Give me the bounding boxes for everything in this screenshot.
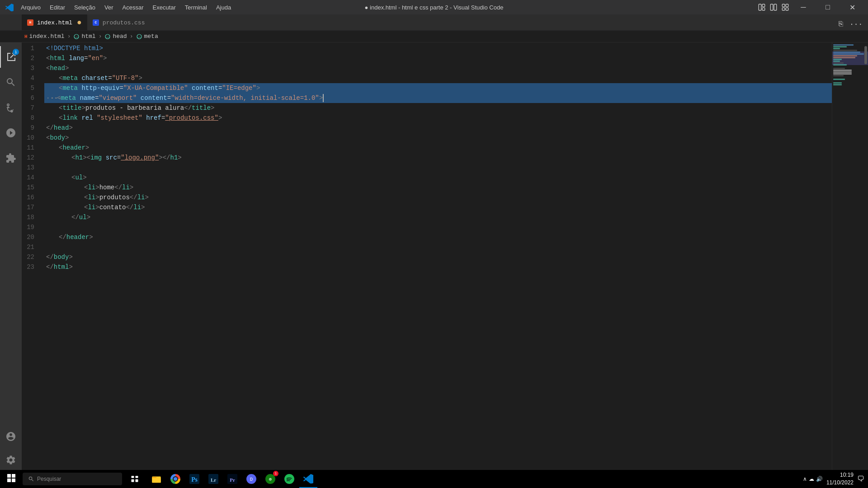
activity-bar: 1 — [0, 42, 22, 474]
svg-text:</>: </> — [105, 35, 110, 38]
code-line-10[interactable]: <body> — [44, 133, 832, 143]
breadcrumb-head[interactable]: </> head — [104, 33, 127, 40]
split-editor-button[interactable]: ⎘ — [837, 19, 845, 30]
code-line-11[interactable]: <header> — [44, 143, 832, 153]
network-icon[interactable]: ☁ — [809, 476, 814, 482]
breadcrumb-html[interactable]: </> html — [73, 33, 95, 40]
activity-settings[interactable] — [0, 449, 22, 471]
layout-icon-2[interactable] — [769, 3, 778, 11]
breadcrumb-file[interactable]: H index.html — [24, 33, 65, 40]
maximize-button[interactable]: □ — [817, 0, 838, 14]
line-num-7: 7 — [22, 103, 41, 113]
code-line-18[interactable]: </ul> — [44, 212, 832, 222]
vscode-logo — [5, 3, 14, 11]
code-line-20[interactable]: </header> — [44, 232, 832, 242]
taskbar-spotify[interactable] — [280, 470, 298, 488]
activity-account[interactable] — [0, 426, 22, 447]
menu-ajuda[interactable]: Ajuda — [212, 3, 235, 12]
menu-selecao[interactable]: Seleção — [71, 3, 99, 12]
line-num-6: 6 — [22, 93, 41, 103]
chevron-up-icon[interactable]: ∧ — [803, 476, 807, 482]
menu-editar[interactable]: Editar — [46, 3, 69, 12]
menu-arquivo[interactable]: Arquivo — [17, 3, 44, 12]
code-line-12[interactable]: <h1><img src="logo.png"></h1> — [44, 153, 832, 163]
activity-run-debug[interactable] — [0, 122, 22, 144]
tab-index-html[interactable]: H index.html ● — [22, 14, 87, 30]
code-line-9[interactable]: </head> — [44, 123, 832, 133]
editor-area: 1 2 3 4 5 6 7 8 9 10 11 12 13 14 15 16 1… — [22, 42, 868, 474]
taskbar-chrome[interactable] — [166, 470, 184, 488]
code-editor[interactable]: 1 2 3 4 5 6 7 8 9 10 11 12 13 14 15 16 1… — [22, 42, 868, 474]
layout-icon-1[interactable] — [758, 3, 766, 11]
taskbar-lightroom[interactable]: Lr — [204, 470, 222, 488]
line-num-18: 18 — [22, 212, 41, 222]
scroll-indicator[interactable] — [864, 46, 867, 64]
start-button[interactable] — [4, 472, 19, 486]
taskbar-premiere[interactable]: Pr — [223, 470, 241, 488]
taskbar-right: ∧ ☁ 🔊 10:19 11/10/2022 🗨 — [803, 471, 864, 487]
svg-text:</>: </> — [74, 35, 79, 38]
code-line-1[interactable]: <!DOCTYPE html> — [44, 43, 832, 53]
svg-text:Lr: Lr — [211, 477, 216, 483]
bc-sep-2: › — [99, 33, 102, 40]
taskbar-xbox[interactable]: ⊕ 1 — [261, 470, 279, 488]
code-line-2[interactable]: <html lang="en"> — [44, 53, 832, 63]
menu-terminal[interactable]: Terminal — [181, 3, 211, 12]
line-num-10: 10 — [22, 133, 41, 143]
svg-rect-19 — [132, 476, 134, 478]
activity-extensions[interactable] — [0, 147, 22, 169]
bc-meta-icon: </> — [136, 33, 142, 40]
tab-produtos-css[interactable]: C produtos.css — [87, 14, 151, 30]
taskbar-clock[interactable]: 10:19 11/10/2022 — [826, 471, 854, 487]
code-line-23[interactable]: </html> — [44, 262, 832, 272]
menu-executar[interactable]: Executar — [149, 3, 179, 12]
bc-head-icon: </> — [104, 33, 111, 40]
menu-bar[interactable]: Arquivo Editar Seleção Ver Acessar Execu… — [17, 3, 235, 12]
code-content[interactable]: <!DOCTYPE html> <html lang="en"> <head> … — [44, 42, 832, 474]
minimize-button[interactable]: ─ — [793, 0, 814, 14]
activity-source-control[interactable] — [0, 97, 22, 118]
code-line-19[interactable] — [44, 222, 832, 232]
code-line-14[interactable]: <ul> — [44, 173, 832, 183]
taskbar-photoshop[interactable]: Ps — [185, 470, 203, 488]
code-line-21[interactable] — [44, 242, 832, 252]
doctype-text: <!DOCTYPE html> — [46, 43, 103, 53]
menu-acessar[interactable]: Acessar — [119, 3, 147, 12]
line-num-15: 15 — [22, 183, 41, 192]
taskbar-explorer[interactable] — [147, 470, 165, 488]
svg-text:Pr: Pr — [230, 477, 235, 483]
line-num-17: 17 — [22, 202, 41, 212]
code-line-8[interactable]: <link rel "stylesheet" href="produtos.cs… — [44, 113, 832, 123]
code-line-5[interactable]: <meta http-equiv="X-UA-Compatible" conte… — [44, 83, 832, 93]
notification-icon[interactable]: 🗨 — [857, 475, 864, 483]
tab-name-produtos: produtos.css — [103, 19, 145, 26]
volume-icon[interactable]: 🔊 — [816, 476, 823, 482]
bc-html-element-icon: </> — [73, 33, 80, 40]
line-num-2: 2 — [22, 53, 41, 63]
code-line-17[interactable]: <li>contato</li> — [44, 202, 832, 212]
taskbar-search[interactable]: Pesquisar — [23, 473, 122, 485]
more-actions-button[interactable]: ··· — [848, 19, 864, 30]
code-line-16[interactable]: <li>produtos</li> — [44, 192, 832, 202]
text-cursor — [323, 94, 324, 102]
breadcrumb-meta[interactable]: </> meta — [136, 33, 158, 40]
code-line-6[interactable]: ··· ··· <meta name="viewport" content="w… — [44, 93, 832, 103]
svg-rect-17 — [7, 479, 11, 482]
close-button[interactable]: ✕ — [842, 0, 863, 14]
taskbar-discord[interactable]: D — [242, 470, 260, 488]
code-line-13[interactable] — [44, 163, 832, 173]
taskbar-vscode[interactable] — [299, 470, 317, 488]
activity-search[interactable] — [0, 71, 22, 93]
line-num-11: 11 — [22, 143, 41, 153]
activity-explorer[interactable]: 1 — [0, 46, 22, 68]
code-line-7[interactable]: <title>produtos - barbearia alura</title… — [44, 103, 832, 113]
code-line-4[interactable]: <meta charset="UTF-8"> — [44, 73, 832, 83]
code-line-3[interactable]: <head> — [44, 63, 832, 73]
menu-ver[interactable]: Ver — [101, 3, 117, 12]
taskbar-task-view[interactable] — [126, 470, 144, 488]
code-line-22[interactable]: </body> — [44, 252, 832, 262]
layout-icon-3[interactable] — [781, 3, 789, 11]
breadcrumb-bar: H index.html › </> html › </> head › </>… — [0, 31, 868, 42]
line-num-12: 12 — [22, 153, 41, 163]
code-line-15[interactable]: <li>home</li> — [44, 183, 832, 192]
